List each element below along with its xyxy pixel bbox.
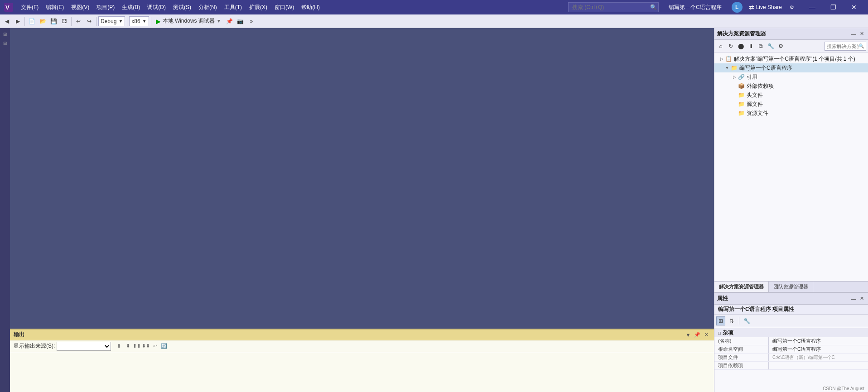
tree-source-label: 源文件 — [747, 100, 763, 108]
platform-label: x86 — [131, 18, 140, 24]
prop-sep — [739, 317, 739, 325]
platform-dropdown[interactable]: x86 ▼ — [129, 16, 149, 26]
output-ctrl-5[interactable]: ↩ — [151, 342, 159, 350]
prop-section-misc: □ 杂项 (名称) 编写第一个C语言程序 根命名空间 编写第一个C语言程序 项目… — [714, 327, 868, 371]
tree-project-node[interactable]: ▼ 📁 编写第一个C语言程序 — [714, 63, 868, 72]
toolbar-undo-btn[interactable]: ↩ — [73, 16, 83, 26]
solution-file-icon: 📋 — [725, 56, 732, 62]
tab-solution-explorer[interactable]: 解决方案资源管理器 — [714, 282, 769, 292]
toolbar-extra-btn[interactable]: » — [246, 16, 256, 26]
live-share-button[interactable]: ⇄ Live Share — [745, 3, 786, 12]
prop-tb-grid[interactable]: ⊞ — [716, 316, 725, 325]
menu-analyze[interactable]: 分析(N) — [195, 2, 221, 13]
prop-tb-wrench[interactable]: 🔧 — [742, 316, 751, 325]
output-ctrl-2[interactable]: ⬇ — [124, 342, 132, 350]
output-ctrl-4[interactable]: ⬇⬇ — [142, 342, 150, 350]
output-source-select[interactable] — [57, 342, 111, 351]
tree-references-arrow: ▷ — [731, 75, 738, 79]
toolbar-back-btn[interactable]: ◀ — [2, 16, 12, 26]
menu-extensions[interactable]: 扩展(X) — [246, 2, 271, 13]
properties-content: □ 杂项 (名称) 编写第一个C语言程序 根命名空间 编写第一个C语言程序 项目… — [714, 327, 868, 392]
svg-text:V: V — [5, 4, 10, 11]
solution-toolbar: ⌂ ↻ ⬤ ⏸ ⧉ 🔧 ⚙ 🔍 — [714, 40, 868, 53]
toolbar-pin-btn[interactable]: 📌 — [225, 16, 235, 26]
gutter-icon-2[interactable]: ⊟ — [1, 39, 9, 47]
tree-solution-node[interactable]: ▷ 📋 解决方案"编写第一个C语言程序"(1 个项目/共 1 个) — [714, 54, 868, 63]
menu-view[interactable]: 视图(V) — [68, 2, 93, 13]
menu-edit[interactable]: 编辑(E) — [42, 2, 68, 13]
menu-file[interactable]: 文件(F) — [17, 2, 42, 13]
search-container: 🔍 — [568, 2, 659, 12]
prop-close-btn[interactable]: ✕ — [858, 295, 865, 302]
toolbar-saveall-btn[interactable]: 🖫 — [59, 16, 69, 26]
close-button[interactable]: ✕ — [844, 0, 864, 14]
tree-resource-node[interactable]: 📁 资源文件 — [714, 109, 868, 118]
properties-toolbar: ⊞ ⇅ 🔧 — [714, 315, 868, 327]
sol-tb-sync[interactable]: ↻ — [726, 42, 735, 51]
tree-solution-label: 解决方案"编写第一个C语言程序"(1 个项目/共 1 个) — [734, 55, 855, 63]
output-ctrl-6[interactable]: 🔄 — [160, 342, 168, 350]
user-avatar[interactable]: L — [732, 2, 743, 13]
output-close-btn[interactable]: ✕ — [702, 331, 710, 339]
menu-help[interactable]: 帮助(H) — [298, 2, 323, 13]
output-ctrl-1[interactable]: ⬆ — [115, 342, 123, 350]
right-panel: 解决方案资源管理器 — ✕ ⌂ ↻ ⬤ ⏸ ⧉ 🔧 ⚙ 🔍 — [714, 28, 868, 392]
prop-tb-sort[interactable]: ⇅ — [727, 316, 736, 325]
menu-test[interactable]: 测试(S) — [169, 2, 195, 13]
menu-project[interactable]: 项目(P) — [93, 2, 118, 13]
toolbar-forward-btn[interactable]: ▶ — [13, 16, 23, 26]
output-pin-btn[interactable]: 📌 — [693, 331, 701, 339]
toolbar-sep-1 — [24, 17, 25, 26]
toolbar-open-btn[interactable]: 📂 — [38, 16, 48, 26]
menu-build[interactable]: 生成(B) — [118, 2, 144, 13]
menu-tools[interactable]: 工具(T) — [221, 2, 246, 13]
tab-team-explorer[interactable]: 团队资源管理器 — [769, 282, 813, 292]
toolbar-new-btn[interactable]: 📄 — [27, 16, 37, 26]
editor-area: 输出 ▼ 📌 ✕ 显示输出来源(S): ⬆ ⬇ ⬆⬆ ⬇⬇ ↩ — [10, 28, 714, 392]
tree-references-node[interactable]: ▷ 🔗 引用 — [714, 72, 868, 81]
project-icon: 📁 — [731, 65, 738, 71]
editor-content[interactable] — [10, 28, 714, 329]
prop-value-2: C:\c\C语言（新）\编写第一个C — [769, 354, 868, 361]
sol-tb-wrench[interactable]: 🔧 — [766, 42, 775, 51]
status-bar: CSDN @The August — [819, 385, 868, 392]
tree-header-node[interactable]: 📁 头文件 — [714, 91, 868, 100]
prop-section-collapse[interactable]: □ — [718, 330, 721, 335]
gutter-icon-1[interactable]: ⊞ — [1, 30, 9, 38]
tree-source-node[interactable]: 📁 源文件 — [714, 100, 868, 109]
toolbar-redo-btn[interactable]: ↪ — [84, 16, 94, 26]
solution-explorer-tabs: 解决方案资源管理器 团队资源管理器 — [714, 281, 868, 292]
search-input[interactable] — [568, 2, 659, 12]
sol-tb-pause[interactable]: ⏸ — [746, 42, 755, 51]
solution-search-input[interactable] — [827, 43, 859, 49]
output-ctrl-3[interactable]: ⬆⬆ — [133, 342, 141, 350]
menu-window[interactable]: 窗口(W) — [271, 2, 298, 13]
sol-tb-copy[interactable]: ⧉ — [756, 42, 765, 51]
debug-config-label: Debug — [101, 18, 116, 24]
solution-explorer-title: 解决方案资源管理器 — [717, 30, 766, 38]
sol-pin-btn[interactable]: — — [850, 30, 857, 38]
output-content[interactable] — [10, 352, 714, 392]
sol-tb-circle[interactable]: ⬤ — [736, 42, 745, 51]
sol-tb-settings[interactable]: ⚙ — [776, 42, 785, 51]
sol-tb-home[interactable]: ⌂ — [716, 42, 725, 51]
toolbar-save-btn[interactable]: 💾 — [48, 16, 58, 26]
debug-config-dropdown[interactable]: Debug ▼ — [98, 16, 125, 26]
prop-pin-btn[interactable]: — — [850, 295, 857, 302]
settings-icon[interactable]: ⚙ — [788, 4, 796, 11]
output-title: 输出 — [14, 331, 684, 339]
tree-header-label: 头文件 — [747, 91, 763, 99]
run-dropdown-arrow: ▼ — [217, 19, 221, 24]
solution-search[interactable]: 🔍 — [825, 42, 867, 51]
restore-button[interactable]: ❐ — [823, 0, 844, 14]
menu-debug[interactable]: 调试(D) — [144, 2, 169, 13]
external-deps-icon: 📦 — [738, 83, 745, 89]
toolbar-cam-btn[interactable]: 📷 — [236, 16, 246, 26]
run-button[interactable]: ▶ 本地 Windows 调试器 ▼ — [153, 16, 224, 26]
prop-name-3: 项目依赖项 — [714, 362, 769, 369]
sol-close-btn[interactable]: ✕ — [858, 30, 865, 38]
main-layout: ⊞ ⊟ 输出 ▼ 📌 ✕ 显示输出来源(S): ⬆ — [10, 28, 868, 392]
tree-external-node[interactable]: 📦 外部依赖项 — [714, 81, 868, 91]
output-down-btn[interactable]: ▼ — [684, 331, 692, 339]
minimize-button[interactable]: — — [802, 0, 823, 14]
